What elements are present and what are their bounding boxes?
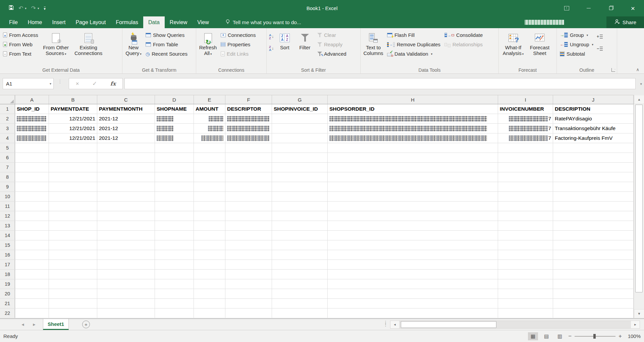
customize-qat-icon[interactable]: ▾ xyxy=(44,7,46,10)
tab-insert[interactable]: Insert xyxy=(47,16,70,28)
row-header-20[interactable]: 20 xyxy=(0,289,15,298)
cell-J6[interactable] xyxy=(553,153,634,162)
sort-ascending-button[interactable]: AZ↓ xyxy=(268,32,275,41)
cell-E2[interactable] xyxy=(194,114,225,123)
cell-I4[interactable]: 7 xyxy=(498,133,553,143)
cell-H1[interactable]: SHOPSORDER_ID xyxy=(328,104,498,114)
zoom-level[interactable]: 100% xyxy=(625,333,641,339)
cell-D12[interactable] xyxy=(155,211,194,221)
scroll-up-icon[interactable]: ▲ xyxy=(634,95,644,104)
horizontal-scrollbar[interactable]: ◄ ► xyxy=(390,321,640,329)
cell-E5[interactable] xyxy=(194,143,225,153)
cell-A16[interactable] xyxy=(15,250,49,260)
cell-D8[interactable] xyxy=(155,172,194,182)
cell-H11[interactable] xyxy=(328,202,498,211)
cell-C1[interactable]: PAYMENTMONTH xyxy=(97,104,155,114)
user-name-redacted[interactable] xyxy=(525,20,564,25)
cell-G10[interactable] xyxy=(272,192,328,201)
row-header-3[interactable]: 3 xyxy=(0,124,15,133)
cell-B19[interactable] xyxy=(49,279,97,289)
group-button[interactable]: →Group▾ xyxy=(558,31,595,40)
what-if-analysis-button[interactable]: ? What-If Analysis▾ xyxy=(500,30,526,65)
cell-F4[interactable] xyxy=(225,133,272,143)
from-table-button[interactable]: From Table xyxy=(144,40,189,49)
scroll-right-icon[interactable]: ► xyxy=(631,321,640,328)
cell-J13[interactable] xyxy=(553,221,634,230)
cell-A19[interactable] xyxy=(15,279,49,289)
cell-C7[interactable] xyxy=(97,163,155,172)
cell-E15[interactable] xyxy=(194,240,225,250)
cell-A3[interactable] xyxy=(15,124,49,133)
cell-I9[interactable] xyxy=(498,182,553,191)
cell-C2[interactable]: 2021-12 xyxy=(97,114,155,123)
cell-J16[interactable] xyxy=(553,250,634,260)
cell-C18[interactable] xyxy=(97,270,155,279)
cell-A7[interactable] xyxy=(15,163,49,172)
cell-B6[interactable] xyxy=(49,153,97,162)
cell-C5[interactable] xyxy=(97,143,155,153)
horizontal-splitter-icon[interactable]: ⋮⋮ xyxy=(383,321,388,326)
cell-D13[interactable] xyxy=(155,221,194,230)
cell-G1[interactable]: SHOPINVOICE_ID xyxy=(272,104,328,114)
column-header-J[interactable]: J xyxy=(553,95,634,104)
cell-A12[interactable] xyxy=(15,211,49,221)
sort-button[interactable]: ZAAZ Sort xyxy=(275,30,294,65)
cell-J4[interactable]: Factoring-Kaufpreis FmV xyxy=(553,133,634,143)
cell-G6[interactable] xyxy=(272,153,328,162)
cell-C20[interactable] xyxy=(97,289,155,298)
cell-H21[interactable] xyxy=(328,299,498,308)
cell-D2[interactable] xyxy=(155,114,194,123)
cancel-icon[interactable]: × xyxy=(76,80,79,87)
cell-D15[interactable] xyxy=(155,240,194,250)
cell-C21[interactable] xyxy=(97,299,155,308)
cell-G9[interactable] xyxy=(272,182,328,191)
cell-G4[interactable] xyxy=(272,133,328,143)
properties-button[interactable]: Properties xyxy=(219,40,257,49)
from-web-button[interactable]: ⊕From Web xyxy=(1,40,40,49)
cell-J5[interactable] xyxy=(553,143,634,153)
cell-G11[interactable] xyxy=(272,202,328,211)
cell-F1[interactable]: DESCRIPTOR xyxy=(225,104,272,114)
cell-E10[interactable] xyxy=(194,192,225,201)
cell-B13[interactable] xyxy=(49,221,97,230)
cell-J21[interactable] xyxy=(553,299,634,308)
row-header-21[interactable]: 21 xyxy=(0,299,15,308)
cell-E4[interactable] xyxy=(194,133,225,143)
cell-I11[interactable] xyxy=(498,202,553,211)
undo-icon[interactable]: ↶ xyxy=(18,5,23,12)
cell-D3[interactable] xyxy=(155,124,194,133)
relationships-button[interactable]: Relationships xyxy=(443,40,484,49)
cell-D18[interactable] xyxy=(155,270,194,279)
cell-I8[interactable] xyxy=(498,172,553,182)
cell-B11[interactable] xyxy=(49,202,97,211)
cell-E16[interactable] xyxy=(194,250,225,260)
column-header-I[interactable]: I xyxy=(498,95,553,104)
normal-view-button[interactable]: ▦ xyxy=(528,332,538,340)
row-header-17[interactable]: 17 xyxy=(0,260,15,269)
cell-B9[interactable] xyxy=(49,182,97,191)
cell-G7[interactable] xyxy=(272,163,328,172)
refresh-all-button[interactable]: ↻ Refresh All▾ xyxy=(198,30,218,65)
row-header-13[interactable]: 13 xyxy=(0,221,15,230)
redo-dropdown-icon[interactable]: ▾ xyxy=(38,7,39,10)
cell-I14[interactable] xyxy=(498,231,553,240)
cell-G14[interactable] xyxy=(272,231,328,240)
cell-I3[interactable]: 7 xyxy=(498,124,553,133)
page-layout-view-button[interactable]: ▤ xyxy=(541,332,551,340)
zoom-slider[interactable] xyxy=(575,336,615,337)
row-header-15[interactable]: 15 xyxy=(0,240,15,250)
cell-I5[interactable] xyxy=(498,143,553,153)
cell-F10[interactable] xyxy=(225,192,272,201)
cell-A21[interactable] xyxy=(15,299,49,308)
row-header-18[interactable]: 18 xyxy=(0,270,15,279)
existing-connections-button[interactable]: Existing Connections xyxy=(72,30,105,65)
cell-A1[interactable]: SHOP_ID xyxy=(15,104,49,114)
show-queries-button[interactable]: Show Queries xyxy=(144,31,189,40)
close-button[interactable]: × xyxy=(622,0,644,16)
sheet-nav-left-icon[interactable]: ◄ xyxy=(21,322,25,327)
cell-J19[interactable] xyxy=(553,279,634,289)
cell-H19[interactable] xyxy=(328,279,498,289)
row-header-19[interactable]: 19 xyxy=(0,279,15,289)
cell-F12[interactable] xyxy=(225,211,272,221)
cell-I13[interactable] xyxy=(498,221,553,230)
